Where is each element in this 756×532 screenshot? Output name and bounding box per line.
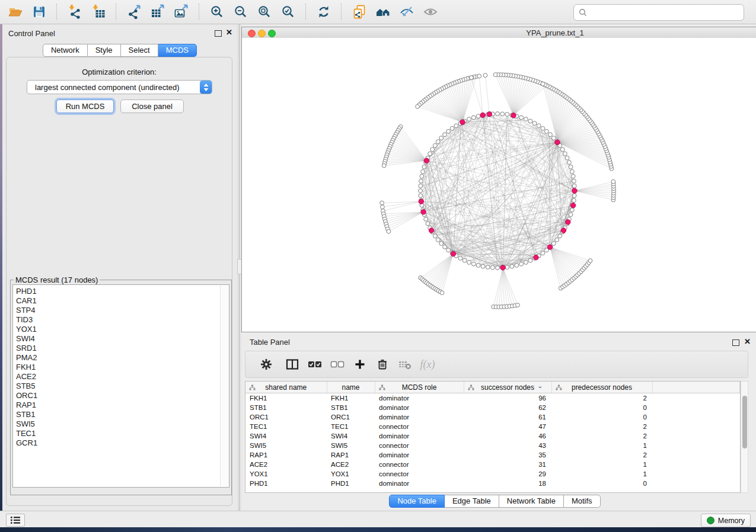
zoom-fit-button[interactable] — [253, 2, 276, 21]
column-header-successor-nodes[interactable]: successor nodes⌄ — [464, 382, 551, 393]
export-table-button[interactable] — [146, 2, 170, 21]
table-toolbar: f(x) — [245, 351, 748, 378]
control-panel-tabs: Network Style Select MCDS — [2, 44, 237, 57]
network-titlebar[interactable]: YPA_prune.txt_1 — [242, 27, 756, 39]
table-tabs: Node Table Edge Table Network Table Moti… — [241, 495, 748, 508]
network-canvas[interactable] — [242, 38, 756, 332]
open-folder-icon — [8, 4, 23, 20]
list-icon — [9, 515, 21, 525]
mcds-result-item[interactable]: STB1 — [16, 410, 229, 419]
close-panel-icon[interactable]: ✕ — [226, 28, 232, 37]
panel-splitter[interactable] — [237, 24, 241, 511]
eye-icon — [423, 4, 438, 20]
result-list-scrollbar[interactable] — [220, 286, 228, 486]
show-column-panel-button[interactable] — [281, 354, 304, 374]
table-row[interactable]: ACE2ACE2connector311 — [245, 460, 740, 469]
mcds-result-item[interactable]: YOX1 — [16, 325, 229, 334]
export-image-icon — [174, 4, 189, 20]
table-settings-button[interactable] — [255, 354, 277, 374]
tab-node-table[interactable]: Node Table — [389, 495, 445, 508]
run-mcds-button[interactable]: Run MCDS — [56, 100, 114, 113]
mcds-result-item[interactable]: RAP1 — [16, 400, 229, 410]
export-image-button[interactable] — [170, 2, 193, 21]
save-session-button[interactable] — [27, 2, 51, 21]
mcds-result-item[interactable]: CAR1 — [16, 296, 229, 306]
memory-status-icon — [707, 517, 714, 524]
table-row[interactable]: PHD1PHD1dominator180 — [245, 479, 740, 488]
mcds-result-item[interactable]: STP4 — [16, 306, 229, 315]
tab-select[interactable]: Select — [121, 44, 158, 57]
hide-selected-button[interactable] — [395, 2, 419, 21]
tab-edge-table[interactable]: Edge Table — [445, 495, 499, 508]
columns-icon — [286, 358, 299, 370]
table-scrollbar-thumb[interactable] — [742, 396, 747, 448]
column-header-shared-name[interactable]: shared name — [245, 382, 327, 393]
show-all-button[interactable] — [419, 2, 442, 21]
export-network-button[interactable] — [122, 2, 146, 21]
mcds-result-item[interactable]: PHD1 — [16, 287, 229, 296]
table-scrollbar[interactable] — [741, 381, 748, 493]
refresh-button[interactable] — [312, 2, 336, 21]
tab-network[interactable]: Network — [43, 44, 88, 57]
eye-slash-icon — [399, 4, 414, 20]
table-row[interactable]: SWI5SWI5connector431 — [245, 441, 740, 450]
select-all-rows-button[interactable] — [304, 354, 326, 374]
table-row[interactable]: RAP1RAP1dominator352 — [245, 450, 740, 460]
mcds-result-list[interactable]: PHD1CAR1STP4TID3YOX1SWI4SRD1PMA2FKH1ACE2… — [12, 284, 229, 488]
search-input[interactable] — [587, 7, 744, 18]
tab-network-table[interactable]: Network Table — [499, 495, 564, 508]
delete-table-button[interactable] — [394, 354, 416, 374]
zoom-out-button[interactable] — [229, 2, 253, 21]
import-network-button[interactable] — [63, 2, 87, 21]
float-window-icon[interactable] — [732, 339, 739, 346]
add-column-button[interactable] — [349, 354, 371, 374]
table-row[interactable]: SWI4SWI4dominator462 — [245, 431, 740, 441]
zoom-selected-button[interactable] — [276, 2, 300, 21]
mcds-result-item[interactable]: STB5 — [16, 382, 229, 391]
table-row[interactable]: YOX1YOX1connector291 — [245, 469, 740, 479]
table-row[interactable]: TEC1TEC1connector472 — [245, 422, 740, 431]
column-header-MCDS-role[interactable]: MCDS role — [375, 382, 464, 393]
close-panel-button[interactable]: Close panel — [120, 100, 184, 113]
duplicate-network-button[interactable] — [347, 2, 371, 21]
mcds-result-item[interactable]: TID3 — [16, 315, 229, 325]
network-graph[interactable] — [242, 38, 755, 332]
mcds-result-item[interactable]: GCR1 — [16, 438, 229, 448]
window-close-traffic-icon[interactable] — [248, 30, 256, 37]
mcds-result-item[interactable]: ORC1 — [16, 391, 229, 400]
memory-button[interactable]: Memory — [701, 514, 751, 527]
column-header-name[interactable]: name — [327, 382, 375, 393]
mcds-result-item[interactable]: SWI4 — [16, 334, 229, 344]
tab-motifs[interactable]: Motifs — [564, 495, 601, 508]
import-table-button[interactable] — [87, 2, 110, 21]
table-row[interactable]: STB1STB1dominator620 — [245, 403, 740, 412]
tab-style[interactable]: Style — [88, 44, 121, 57]
window-minimize-traffic-icon[interactable] — [258, 30, 266, 37]
window-zoom-traffic-icon[interactable] — [268, 30, 276, 37]
table-row[interactable]: ORC1ORC1dominator610 — [245, 412, 740, 422]
function-builder-button[interactable]: f(x) — [416, 354, 439, 374]
zoom-in-button[interactable] — [205, 2, 229, 21]
mcds-result-item[interactable]: TEC1 — [16, 429, 229, 438]
mcds-result-item[interactable]: FKH1 — [16, 363, 229, 372]
float-window-icon[interactable] — [215, 30, 222, 37]
node-table[interactable]: shared namenameMCDS rolesuccessor nodes⌄… — [245, 382, 740, 488]
tab-mcds[interactable]: MCDS — [158, 44, 197, 57]
deselect-all-rows-button[interactable] — [326, 354, 349, 374]
table-header-row[interactable]: shared namenameMCDS rolesuccessor nodes⌄… — [245, 382, 740, 393]
mcds-result-item[interactable]: PMA2 — [16, 353, 229, 363]
search-field[interactable] — [573, 4, 744, 21]
import-network-icon — [67, 4, 82, 20]
mcds-result-item[interactable]: SWI5 — [16, 419, 229, 429]
column-header-predecessor-nodes[interactable]: predecessor nodes — [551, 382, 652, 393]
home-layout-button[interactable] — [371, 2, 395, 21]
table-row[interactable]: FKH1FKH1dominator962 — [245, 393, 740, 403]
mcds-result-item[interactable]: ACE2 — [16, 372, 229, 382]
close-panel-icon[interactable]: ✕ — [744, 338, 751, 346]
task-history-button[interactable] — [6, 514, 25, 527]
criterion-dropdown[interactable]: largest connected component (undirected) — [27, 80, 212, 94]
open-session-button[interactable] — [4, 2, 27, 21]
mcds-result-item[interactable]: SRD1 — [16, 344, 229, 353]
toolbar-separator — [199, 4, 200, 20]
delete-column-button[interactable] — [371, 354, 394, 374]
